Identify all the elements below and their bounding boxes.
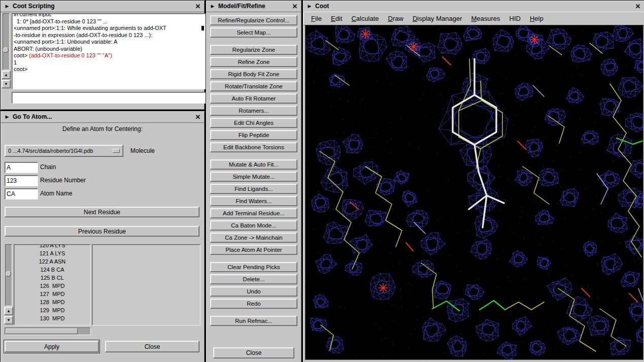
ca-baton-mode-button[interactable]: Ca Baton Mode... (210, 220, 297, 231)
scrollbar-thumb[interactable] (6, 271, 11, 277)
run-refmac-button[interactable]: Run Refmac... (210, 316, 297, 326)
scroll-up-icon[interactable]: ▲ (4, 307, 13, 315)
close-button[interactable]: Close (105, 341, 199, 352)
residue-list[interactable]: 120 A LYS 121 A LYS 122 A ASN 124 B CA 1… (14, 244, 91, 325)
previous-residue-button[interactable]: Previous Residue (5, 226, 199, 237)
atom-name-input[interactable] (5, 188, 38, 200)
undo-button[interactable]: Undo (210, 286, 297, 297)
residue-list-item[interactable]: 130 MPD (14, 314, 90, 322)
rotamers-button[interactable]: Rotamers... (210, 106, 297, 116)
scrollbar-trough[interactable] (5, 244, 12, 306)
scrollbar-thumb[interactable] (6, 328, 78, 334)
window-menu-icon[interactable]: ▶ (305, 2, 314, 10)
console-output[interactable]: in current input: 1: 0* [add-OXT-to-resi… (12, 13, 207, 89)
mutate-auto-fit-button[interactable]: Mutate & Auto Fit... (210, 159, 297, 170)
residue-number-input[interactable] (5, 175, 38, 186)
console-scrollbar[interactable]: ▲ ▼ (2, 13, 10, 89)
atom-list[interactable] (92, 244, 200, 325)
refine-zone-button[interactable]: Refine Zone (210, 57, 297, 67)
molecule-label: Molecule (130, 147, 155, 154)
scroll-up-icon[interactable]: ▲ (2, 71, 11, 79)
next-residue-button[interactable]: Next Residue (5, 207, 199, 217)
window-menu-icon[interactable]: ▶ (3, 113, 12, 121)
delete-button[interactable]: Delete... (210, 274, 297, 284)
clear-pending-picks-button[interactable]: Clear Pending Picks (210, 262, 297, 272)
window-coot-scripting: ▶ Coot Scripting ✕ ▲ ▼ in current input:… (0, 0, 205, 110)
close-icon[interactable]: ✕ (193, 2, 202, 10)
flip-peptide-button[interactable]: Flip Peptide (210, 130, 297, 140)
console-line: <unnamed port>:1:1: While evaluating arg… (14, 25, 205, 32)
find-waters-button[interactable]: Find Waters... (210, 196, 297, 206)
residue-list-item[interactable]: 121 A LYS (14, 249, 90, 257)
menu-file[interactable]: File (307, 13, 326, 24)
titlebar[interactable]: ▶ Coot Scripting ✕ (1, 1, 205, 12)
rotate-translate-zone-button[interactable]: Rotate/Translate Zone (210, 81, 297, 91)
scripting-command-input[interactable] (12, 92, 207, 104)
sticks-active-residue-white (453, 59, 504, 227)
titlebar[interactable]: ▶ Go To Atom... ✕ (1, 111, 205, 123)
close-button[interactable]: Close (213, 347, 294, 358)
menu-help[interactable]: Help (525, 13, 548, 24)
scroll-down-icon[interactable]: ▼ (4, 316, 13, 324)
residue-number-label: Residue Number (40, 177, 86, 184)
add-terminal-residue-button[interactable]: Add Terminal Residue... (210, 208, 297, 218)
window-menu-icon[interactable]: ▶ (3, 2, 12, 10)
titlebar[interactable]: ▶ Coot ✕ (303, 1, 644, 12)
select-map-button[interactable]: Select Map... (210, 27, 297, 38)
residue-list-item[interactable]: 120 A LYS (14, 244, 90, 249)
auto-fit-rotamer-button[interactable]: Auto Fit Rotamer (210, 93, 297, 104)
edit-chi-angles-button[interactable]: Edit Chi Angles (210, 118, 297, 128)
menu-draw[interactable]: Draw (384, 13, 408, 24)
residue-list-item[interactable]: 129 MPD (14, 306, 90, 314)
menu-measures[interactable]: Measures (466, 13, 504, 24)
scrollbar-thumb[interactable] (3, 47, 9, 53)
window-menu-icon[interactable]: ▶ (208, 2, 217, 10)
titlebar[interactable]: ▶ Model/Fit/Refine ✕ (206, 1, 301, 12)
redo-button[interactable]: Redo (210, 299, 297, 309)
simple-mutate-button[interactable]: Simple Mutate... (210, 172, 297, 182)
edit-backbone-torsions-button[interactable]: Edit Backbone Torsions (210, 142, 297, 152)
window-coot-main: ▶ Coot ✕ File Edit Calculate Draw Displa… (302, 0, 644, 362)
chain-input[interactable] (5, 162, 38, 173)
scroll-down-icon[interactable]: ▼ (2, 80, 11, 88)
console-line: ABORT: (unbound-variable) (14, 46, 205, 53)
residue-list-item[interactable]: 128 MPD (14, 298, 90, 306)
window-go-to-atom: ▶ Go To Atom... ✕ Define an Atom for Cen… (0, 111, 205, 362)
close-icon[interactable]: ✕ (290, 2, 299, 10)
place-atom-at-pointer-button[interactable]: Place Atom At Pointer (210, 245, 297, 255)
chain-label: Chain (40, 163, 56, 171)
window-title: Coot (315, 3, 633, 10)
graphics-canvas[interactable] (305, 25, 643, 360)
ca-zone-mainchain-button[interactable]: Ca Zone -> Mainchain (210, 233, 297, 243)
residue-list-scrollbar[interactable]: ▲ ▼ (5, 244, 13, 324)
residue-list-item[interactable]: 124 B CA (14, 266, 90, 274)
residue-list-item[interactable]: 125 B CL (14, 274, 90, 282)
residue-list-item[interactable]: 122 A ASN (14, 257, 90, 266)
console-prompt: coot> (14, 66, 205, 73)
rigid-body-fit-zone-button[interactable]: Rigid Body Fit Zone (210, 69, 297, 79)
window-title: Go To Atom... (13, 113, 193, 120)
console-prompt: coot> (14, 52, 29, 58)
scrollbar-trough[interactable] (3, 13, 10, 70)
model-fit-refine-panel: Refine/Regularize Control... Select Map.… (206, 12, 301, 362)
refine-regularize-control-button[interactable]: Refine/Regularize Control... (210, 15, 297, 25)
menu-calculate[interactable]: Calculate (347, 13, 383, 24)
residue-list-hscrollbar[interactable] (5, 327, 91, 335)
apply-button[interactable]: Apply (5, 341, 99, 352)
regularize-zone-button[interactable]: Regularize Zone (210, 45, 297, 55)
option-menu-indicator (113, 149, 120, 153)
console-line: in current input: (14, 13, 205, 18)
close-icon[interactable]: ✕ (193, 113, 202, 121)
find-ligands-button[interactable]: Find Ligands... (210, 184, 297, 194)
menu-edit[interactable]: Edit (326, 13, 347, 24)
sticks-carbon-yellow (320, 41, 641, 351)
residue-list-item[interactable]: 127 MPD (14, 290, 90, 298)
residue-list-item[interactable]: 126 MPD (14, 282, 90, 290)
molecule-select[interactable]: 0 ...4.74/src/data/roberto/1G4l.pdb (5, 145, 123, 157)
window-title: Model/Fit/Refine (218, 3, 290, 10)
menu-hid[interactable]: HID (505, 13, 525, 24)
menu-display-manager[interactable]: Display Manager (408, 13, 467, 24)
molecule-value: 0 ...4.74/src/data/roberto/1G4l.pdb (8, 148, 93, 154)
close-icon[interactable]: ✕ (633, 2, 642, 10)
window-title: Coot Scripting (13, 3, 193, 10)
